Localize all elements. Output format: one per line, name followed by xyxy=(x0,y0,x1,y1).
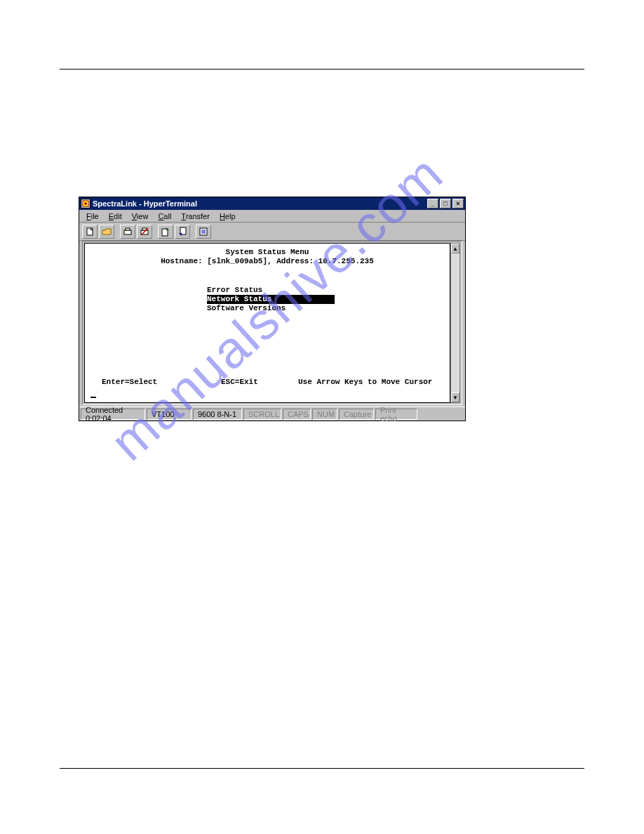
terminal-heading: System Status Menu xyxy=(90,248,444,257)
menu-transfer-label: ransfer xyxy=(186,212,210,220)
menu-item-software-versions[interactable]: Software Versions xyxy=(207,304,444,313)
hint-arrows: Use Arrow Keys to Move Cursor xyxy=(298,378,432,387)
toolbar-send-button[interactable] xyxy=(158,225,173,239)
status-num: NUM xyxy=(312,409,337,420)
status-capture: Capture xyxy=(339,409,374,420)
status-scroll: SCROLL xyxy=(243,409,281,420)
menu-transfer[interactable]: Transfer xyxy=(177,211,214,221)
terminal-hints: Enter=Select ESC=Exit Use Arrow Keys to … xyxy=(102,378,433,387)
app-icon xyxy=(81,199,90,208)
menu-view[interactable]: View xyxy=(128,211,153,221)
menu-view-label: iew xyxy=(137,212,149,220)
minimize-button[interactable]: _ xyxy=(427,199,438,208)
hyperterminal-window: SpectraLink - HyperTerminal _ □ × File E… xyxy=(79,197,466,421)
terminal-screen[interactable]: System Status Menu Hostname: [slnk_009ab… xyxy=(84,243,450,403)
bottom-divider xyxy=(60,768,584,769)
menu-call-label: all xyxy=(163,212,171,220)
svg-rect-5 xyxy=(124,230,131,234)
svg-marker-11 xyxy=(166,227,169,230)
terminal-hostline: Hostname: [slnk_009ab5], Address: 10.7.2… xyxy=(90,257,444,266)
toolbar-connect-button[interactable] xyxy=(120,225,135,239)
svg-marker-13 xyxy=(179,233,182,236)
status-settings: 9600 8-N-1 xyxy=(193,409,242,420)
toolbar-open-button[interactable] xyxy=(99,225,114,239)
scroll-up-button[interactable]: ▲ xyxy=(451,244,459,253)
menu-edit[interactable]: Edit xyxy=(105,211,126,221)
scroll-down-button[interactable]: ▼ xyxy=(451,392,459,402)
status-caps: CAPS xyxy=(283,409,311,420)
statusbar: Connected 0:02:04 VT100 9600 8-N-1 SCROL… xyxy=(79,406,465,421)
menu-file-label: ile xyxy=(91,212,99,220)
status-emulation: VT100 xyxy=(147,409,192,420)
titlebar: SpectraLink - HyperTerminal _ □ × xyxy=(79,197,465,210)
close-button[interactable]: × xyxy=(452,199,464,208)
top-divider xyxy=(60,69,584,70)
window-title: SpectraLink - HyperTerminal xyxy=(93,199,427,208)
menu-item-error-status[interactable]: Error Status xyxy=(207,286,444,295)
terminal-cursor xyxy=(90,397,96,398)
menubar: File Edit View Call Transfer Help xyxy=(79,210,465,223)
vertical-scrollbar[interactable]: ▲ ▼ xyxy=(450,243,460,403)
menu-item-network-status[interactable]: Network Status xyxy=(207,295,335,304)
status-printecho: Print echo xyxy=(375,409,417,420)
menu-edit-label: dit xyxy=(114,212,122,220)
status-connected: Connected 0:02:04 xyxy=(81,409,145,420)
terminal-frame: System Status Menu Hostname: [slnk_009ab… xyxy=(82,241,462,405)
toolbar xyxy=(79,223,465,241)
svg-rect-6 xyxy=(126,228,130,230)
toolbar-receive-button[interactable] xyxy=(175,225,190,239)
toolbar-properties-button[interactable] xyxy=(196,225,211,239)
svg-marker-4 xyxy=(102,229,111,234)
toolbar-disconnect-button[interactable] xyxy=(137,225,152,239)
menu-call[interactable]: Call xyxy=(154,211,175,221)
svg-rect-2 xyxy=(87,228,93,235)
svg-point-1 xyxy=(84,202,87,205)
menu-help[interactable]: Help xyxy=(215,211,240,221)
hint-esc: ESC=Exit xyxy=(221,378,298,387)
menu-help-label: elp xyxy=(225,212,236,220)
toolbar-new-button[interactable] xyxy=(82,225,98,239)
maximize-button[interactable]: □ xyxy=(440,199,451,208)
hint-enter: Enter=Select xyxy=(102,378,221,387)
menu-file[interactable]: File xyxy=(82,211,103,221)
